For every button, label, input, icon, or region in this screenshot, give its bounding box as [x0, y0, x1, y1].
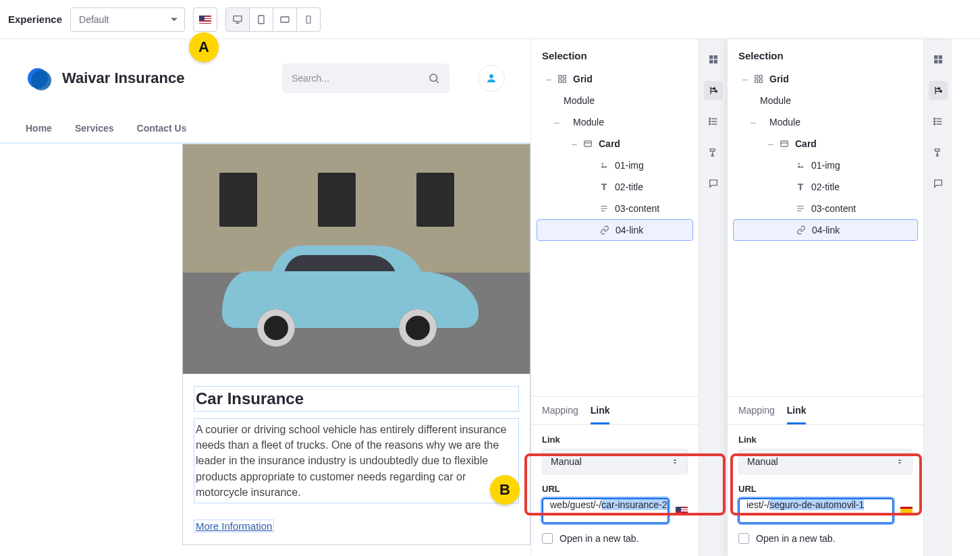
svg-rect-0 — [234, 16, 242, 21]
tree-04-link[interactable]: 04-link — [733, 219, 918, 241]
svg-rect-3 — [306, 16, 310, 23]
url-field-label: URL — [542, 484, 688, 494]
link-type-select[interactable]: Manual — [542, 449, 688, 474]
svg-point-19 — [709, 121, 710, 122]
flag-us-icon[interactable] — [676, 507, 688, 515]
rail-contents[interactable] — [704, 112, 723, 131]
svg-rect-2 — [281, 17, 289, 22]
device-desktop[interactable] — [225, 7, 250, 32]
rail-design[interactable] — [929, 143, 948, 162]
url-input[interactable]: iest/-/seguro-de-automovil-1 — [738, 498, 894, 524]
annotation-a: A — [189, 32, 219, 62]
device-phone[interactable] — [296, 7, 321, 32]
tree-label: 01-img — [811, 160, 840, 171]
svg-rect-30 — [938, 60, 942, 63]
user-icon — [485, 72, 497, 84]
tree-label: 02-title — [615, 182, 643, 192]
fragments-icon — [708, 54, 719, 65]
tablet-portrait-icon — [256, 14, 267, 25]
tab-mapping[interactable]: Mapping — [542, 405, 578, 424]
experience-select[interactable]: Default — [70, 7, 185, 32]
user-avatar[interactable] — [478, 65, 505, 92]
tablet-landscape-icon — [279, 14, 290, 25]
tree-04-link[interactable]: 04-link — [537, 219, 693, 241]
tab-row: Mapping Link — [531, 397, 699, 425]
rail-fragments[interactable] — [929, 50, 948, 69]
tree-03-content[interactable]: 03-content — [733, 198, 918, 219]
tree-card[interactable]: – Card — [537, 133, 693, 155]
nav-contact[interactable]: Contact Us — [137, 123, 187, 134]
open-new-tab-checkbox[interactable] — [738, 533, 749, 544]
tree-module[interactable]: –Module — [733, 111, 918, 133]
tree-03-content[interactable]: 03-content — [537, 198, 693, 219]
card-title[interactable]: Car Insurance — [194, 386, 519, 412]
tree-grid[interactable]: – Grid — [537, 68, 693, 90]
open-new-tab-checkbox[interactable] — [542, 533, 553, 544]
card-image — [183, 144, 530, 374]
list-icon — [708, 116, 719, 127]
svg-rect-7 — [563, 76, 566, 78]
text-icon — [599, 203, 609, 214]
card-icon — [582, 138, 593, 149]
panel-title: Selection — [531, 39, 699, 68]
paint-icon — [708, 147, 719, 158]
selection-panel-1: Selection – Grid Module –Module – Card — [530, 39, 727, 556]
svg-rect-23 — [755, 80, 758, 82]
card-fragment[interactable]: Car Insurance A courier or driving schoo… — [182, 144, 530, 545]
svg-rect-10 — [584, 141, 592, 146]
svg-rect-27 — [934, 55, 937, 59]
device-tablet-portrait[interactable] — [249, 7, 273, 32]
tab-link[interactable]: Link — [787, 405, 807, 424]
svg-point-5 — [489, 74, 493, 78]
tree-label: 03-content — [811, 203, 856, 214]
card-link[interactable]: More Information — [194, 520, 274, 532]
svg-point-16 — [713, 88, 715, 90]
flag-es-icon[interactable] — [900, 507, 913, 515]
link-type-select[interactable]: Manual — [738, 449, 913, 474]
tree-module[interactable]: Module — [733, 90, 918, 111]
tree-01-img[interactable]: 01-img — [733, 155, 918, 176]
tree-grid[interactable]: – Grid — [733, 68, 918, 90]
flag-us-icon — [199, 16, 211, 24]
selection-panel-2: Selection – Grid Module –Module – Card — [727, 39, 952, 556]
tree-02-title[interactable]: 02-title — [537, 176, 693, 198]
link-icon — [796, 225, 807, 235]
annotation-b: B — [490, 475, 520, 505]
image-icon — [599, 160, 609, 171]
tree-01-img[interactable]: 01-img — [537, 155, 693, 176]
tree-label: Module — [769, 117, 800, 128]
rail-comments[interactable] — [704, 174, 723, 193]
rail-contents[interactable] — [929, 112, 948, 131]
text-icon — [795, 203, 806, 214]
device-tablet-landscape[interactable] — [273, 7, 297, 32]
rail-fragments[interactable] — [704, 50, 723, 69]
rail-design[interactable] — [704, 143, 723, 162]
tree-module[interactable]: Module — [537, 90, 693, 111]
tree-label: Card — [795, 138, 817, 149]
tree-02-title[interactable]: 02-title — [733, 176, 918, 198]
search-input[interactable]: Search... — [282, 63, 450, 93]
panel-rail — [699, 39, 727, 556]
element-tree: – Grid Module –Module – Card 01-img — [531, 68, 699, 241]
nav-home[interactable]: Home — [26, 123, 52, 134]
tree-label: 04-link — [616, 225, 643, 235]
url-input[interactable]: web/guest/-/car-insurance-2 — [542, 498, 669, 524]
tree-module[interactable]: –Module — [537, 111, 693, 133]
locale-button-us[interactable] — [193, 7, 217, 32]
brand-name: Waivar Insurance — [62, 70, 184, 87]
tab-mapping[interactable]: Mapping — [738, 405, 775, 424]
grid-icon — [753, 74, 764, 84]
link-field-label: Link — [542, 435, 688, 445]
rail-comments[interactable] — [929, 174, 948, 193]
rail-browser[interactable] — [704, 81, 723, 100]
card-text[interactable]: A courier or driving school vehicle has … — [194, 418, 519, 503]
phone-icon — [304, 14, 313, 25]
nav-services[interactable]: Services — [75, 123, 114, 134]
site-header: Waivar Insurance Search... Home Services… — [0, 39, 530, 143]
tab-link[interactable]: Link — [591, 405, 610, 424]
svg-point-31 — [938, 88, 940, 90]
rail-browser[interactable] — [929, 81, 948, 100]
tree-card[interactable]: – Card — [733, 133, 918, 155]
tree-icon — [708, 85, 719, 96]
tree-label: 01-img — [615, 160, 644, 171]
